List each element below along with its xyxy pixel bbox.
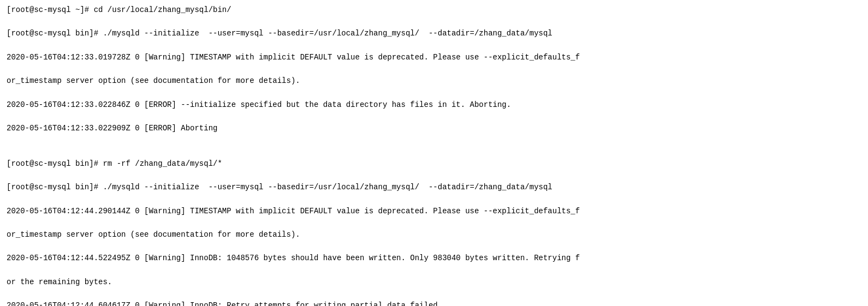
terminal-line: 2020-05-16T04:12:44.290144Z 0 [Warning] … [7,206,861,218]
terminal-line: 2020-05-16T04:12:33.022846Z 0 [ERROR] --… [7,99,861,111]
terminal-window: [root@sc-mysql ~]# cd /usr/local/zhang_m… [0,0,868,306]
terminal-line: 2020-05-16T04:12:33.022909Z 0 [ERROR] Ab… [7,123,861,135]
terminal-content: [root@sc-mysql ~]# cd /usr/local/zhang_m… [7,4,861,306]
terminal-line: or the remaining bytes. [7,277,861,289]
terminal-line: [root@sc-mysql ~]# cd /usr/local/zhang_m… [7,4,861,16]
terminal-line: or_timestamp server option (see document… [7,229,861,241]
terminal-line: 2020-05-16T04:12:44.522495Z 0 [Warning] … [7,253,861,265]
terminal-line: 2020-05-16T04:12:44.604617Z 0 [Warning] … [7,300,861,306]
terminal-line: [root@sc-mysql bin]# ./mysqld --initiali… [7,28,861,40]
terminal-line: [root@sc-mysql bin]# rm -rf /zhang_data/… [7,158,861,170]
terminal-line: or_timestamp server option (see document… [7,75,861,87]
terminal-line: 2020-05-16T04:12:33.019728Z 0 [Warning] … [7,52,861,64]
terminal-line: [root@sc-mysql bin]# ./mysqld --initiali… [7,182,861,194]
